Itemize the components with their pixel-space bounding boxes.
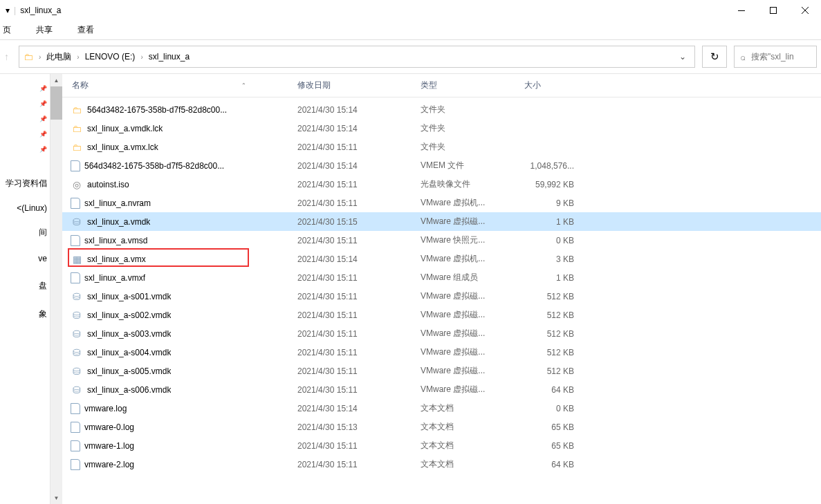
file-name: vmware-1.log [84,441,134,451]
sidebar-item[interactable]: 📌 [0,81,50,96]
table-row[interactable]: sxl_linux_a.vmxf 2021/4/30 15:11 VMware … [62,268,821,287]
file-size: 1 KB [515,217,577,227]
file-size: 0 KB [515,236,577,245]
file-date: 2021/4/30 15:11 [288,236,411,245]
sidebar-item[interactable]: ve [0,245,50,272]
nav-scrollbar[interactable]: ▲ ▼ [50,74,62,504]
file-date: 2021/4/30 15:11 [288,180,411,189]
sidebar-item[interactable]: <(Linux) [0,196,50,220]
file-name: sxl_linux_a.vmxf [84,273,145,283]
sidebar-item[interactable]: 象 [0,300,50,328]
refresh-button[interactable]: ↻ [702,46,727,68]
table-row[interactable]: 🗀sxl_linux_a.vmdk.lck 2021/4/30 15:14 文件… [62,119,821,138]
file-type: 文本文档 [411,458,515,470]
breadcrumb[interactable]: 🗀 › 此电脑 › LENOVO (E:) › sxl_linux_a ⌄ [19,46,695,68]
chevron-right-icon[interactable]: › [39,53,41,61]
chevron-right-icon[interactable]: › [77,53,79,61]
sidebar-item[interactable] [0,157,50,171]
header-date[interactable]: 修改日期 [288,80,411,91]
search-placeholder: 搜索"sxl_lin [751,51,794,63]
disk-icon: ⛁ [71,216,83,228]
sort-indicator-icon: ⌃ [241,82,246,88]
breadcrumb-item[interactable]: 此电脑 [44,50,74,64]
disk-icon: ⛁ [71,290,83,303]
chevron-right-icon[interactable]: › [140,53,142,61]
header-type[interactable]: 类型 [411,80,515,91]
file-size: 1,048,576... [515,161,577,171]
file-name: vmware.log [84,404,127,413]
file-name: sxl_linux_a.vmsd [84,236,147,245]
column-headers: 名称 ⌃ 修改日期 类型 大小 [62,74,821,97]
tab-home[interactable]: 页 [0,24,14,36]
table-row[interactable]: vmware-0.log 2021/4/30 15:13 文本文档 65 KB [62,418,821,436]
header-name[interactable]: 名称 ⌃ [62,80,288,91]
ribbon-tabs: 页 共享 查看 [0,21,821,40]
file-name: sxl_linux_a.vmx.lck [87,142,158,152]
table-row[interactable]: 🗀564d3482-1675-358b-d7f5-82d8c00... 2021… [62,100,821,119]
table-row[interactable]: ⛁sxl_linux_a-s006.vmdk 2021/4/30 15:11 V… [62,380,821,399]
file-date: 2021/4/30 15:14 [288,254,411,264]
title-bar: ▾ | sxl_linux_a [0,0,821,21]
file-date: 2021/4/30 15:11 [288,385,411,395]
table-row[interactable]: vmware-1.log 2021/4/30 15:11 文本文档 65 KB [62,436,821,455]
file-type: VMware 虚拟磁... [411,290,515,302]
breadcrumb-item[interactable]: sxl_linux_a [146,50,192,63]
tab-view[interactable]: 查看 [75,24,97,36]
file-date: 2021/4/30 15:11 [288,329,411,339]
table-row[interactable]: ⛁sxl_linux_a-s005.vmdk 2021/4/30 15:11 V… [62,362,821,380]
header-size[interactable]: 大小 [515,80,577,91]
breadcrumb-dropdown[interactable]: ⌄ [675,52,690,62]
file-size: 65 KB [515,422,577,432]
table-row[interactable]: 🗀sxl_linux_a.vmx.lck 2021/4/30 15:11 文件夹 [62,138,821,156]
sidebar-item[interactable]: 📌 [0,96,50,111]
tab-share[interactable]: 共享 [33,24,55,36]
pin-icon: 📌 [39,85,47,92]
table-row[interactable]: sxl_linux_a.nvram 2021/4/30 15:11 VMware… [62,194,821,212]
file-icon [71,272,80,283]
sidebar-item[interactable]: 间 [0,220,50,245]
file-name: autoinst.iso [87,180,129,189]
sidebar-item[interactable]: 盘 [0,272,50,300]
table-row[interactable]: ⛁sxl_linux_a.vmdk 2021/4/30 15:15 VMware… [62,212,821,231]
nav-back-button[interactable]: ↑ [4,51,9,62]
file-type: VMware 虚拟磁... [411,384,515,395]
scroll-down-button[interactable]: ▼ [50,492,62,504]
file-icon [71,160,80,171]
sidebar-item[interactable]: 学习资料倡 [0,171,50,196]
pin-icon: 📌 [39,146,47,153]
file-type: 文本文档 [411,421,515,433]
folder-icon: 🗀 [71,122,83,135]
file-date: 2021/4/30 15:14 [288,161,411,171]
scroll-up-button[interactable]: ▲ [50,74,62,86]
toolbar-chevron[interactable]: ▾ [6,6,10,15]
table-row[interactable]: ⛁sxl_linux_a-s001.vmdk 2021/4/30 15:11 V… [62,287,821,306]
disk-icon: ⛁ [71,309,83,321]
table-row[interactable]: vmware.log 2021/4/30 15:14 文本文档 0 KB [62,399,821,418]
table-row[interactable]: ⛁sxl_linux_a-s004.vmdk 2021/4/30 15:11 V… [62,343,821,362]
sidebar-item[interactable]: 📌 [0,142,50,157]
maximize-button[interactable] [757,0,789,21]
svg-rect-1 [771,8,777,14]
file-date: 2021/4/30 15:11 [288,366,411,376]
file-size: 64 KB [515,385,577,395]
table-row[interactable]: ⛁sxl_linux_a-s002.vmdk 2021/4/30 15:11 V… [62,306,821,324]
scroll-thumb[interactable] [50,86,62,120]
file-icon [71,403,80,414]
file-name: sxl_linux_a-s005.vmdk [87,366,171,376]
file-size: 512 KB [515,366,577,376]
table-row[interactable]: ◎autoinst.iso 2021/4/30 15:11 光盘映像文件 59,… [62,175,821,194]
file-date: 2021/4/30 15:11 [288,142,411,152]
search-icon: ⌕ [740,52,746,62]
table-row[interactable]: sxl_linux_a.vmsd 2021/4/30 15:11 VMware … [62,231,821,250]
search-input[interactable]: ⌕ 搜索"sxl_lin [734,46,817,68]
minimize-button[interactable] [726,0,757,21]
table-row[interactable]: 564d3482-1675-358b-d7f5-82d8c00... 2021/… [62,156,821,175]
table-row[interactable]: ⛁sxl_linux_a-s003.vmdk 2021/4/30 15:11 V… [62,324,821,343]
table-row[interactable]: ▦sxl_linux_a.vmx 2021/4/30 15:14 VMware … [62,250,821,268]
breadcrumb-item[interactable]: LENOVO (E:) [82,50,138,63]
file-name: 564d3482-1675-358b-d7f5-82d8c00... [84,161,224,171]
sidebar-item[interactable]: 📌 [0,127,50,142]
sidebar-item[interactable]: 📌 [0,111,50,127]
table-row[interactable]: vmware-2.log 2021/4/30 15:11 文本文档 64 KB [62,455,821,474]
close-button[interactable] [789,0,821,21]
